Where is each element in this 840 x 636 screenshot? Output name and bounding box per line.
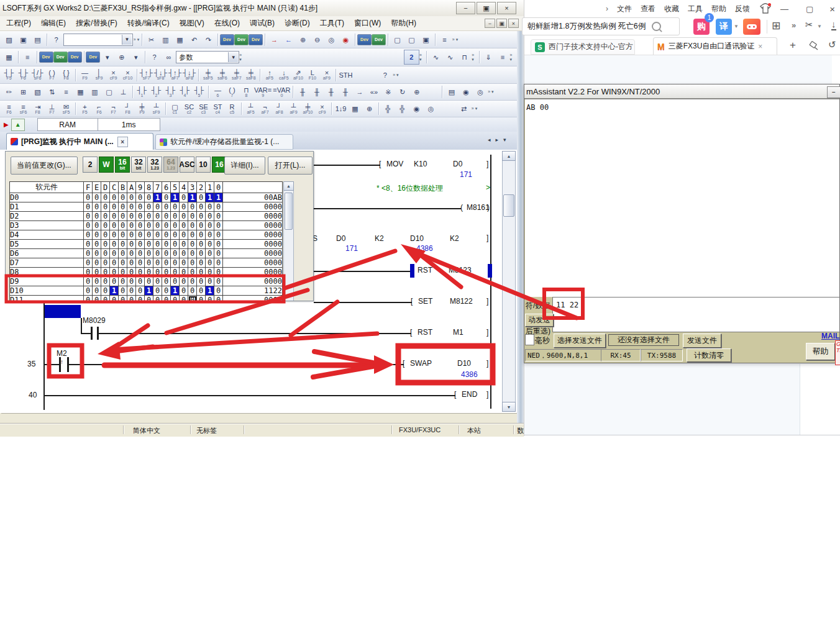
paste-icon[interactable]: ▦ bbox=[173, 33, 187, 47]
format-32bit-button[interactable]: 32bit bbox=[131, 157, 146, 173]
bit-cell[interactable]: 0 bbox=[197, 249, 206, 258]
bit-cell[interactable]: 0 bbox=[127, 277, 136, 286]
bit-cell[interactable]: 0 bbox=[136, 221, 145, 230]
blank-icon[interactable]: ▢ bbox=[102, 85, 116, 99]
toolbar-overflow-chevron[interactable]: » ▾ bbox=[419, 50, 425, 64]
bit-cell[interactable]: 0 bbox=[145, 258, 153, 268]
stmt-f6-icon[interactable]: ≡F6 bbox=[2, 102, 16, 116]
bit-cell[interactable]: 0 bbox=[119, 296, 127, 302]
bit-cell[interactable]: 0 bbox=[101, 286, 110, 296]
rising-pulse2-icon[interactable]: ┤↑├aF7 bbox=[168, 68, 182, 82]
device-name-cell[interactable]: D5 bbox=[10, 240, 84, 249]
bit-cell[interactable]: 0 bbox=[180, 193, 188, 202]
mdi-restore-button[interactable]: ▣ bbox=[496, 19, 507, 28]
block-icon[interactable]: ▦ bbox=[348, 102, 362, 116]
bit-cell[interactable]: 0 bbox=[180, 286, 188, 296]
bit-cell[interactable]: 0 bbox=[162, 221, 171, 230]
bit-cell[interactable]: 0 bbox=[153, 202, 162, 212]
bit-cell[interactable]: 0 bbox=[197, 277, 206, 286]
device-value-cell[interactable]: 0000 bbox=[223, 258, 283, 268]
rising-edge-icon[interactable]: ↑aF5 bbox=[262, 68, 276, 82]
bit-cell[interactable]: 0 bbox=[162, 230, 171, 240]
device-name-cell[interactable]: D2 bbox=[10, 212, 84, 221]
gx-menu-item-1[interactable]: 编辑(E) bbox=[36, 16, 71, 30]
c5-icon[interactable]: Rc5 bbox=[225, 102, 239, 116]
bit-cell[interactable]: 0 bbox=[127, 193, 136, 202]
pulse8-icon[interactable]: ⊓8 bbox=[239, 85, 253, 99]
bit-cell[interactable]: 0 bbox=[188, 268, 197, 277]
operand-d10[interactable]: D10 bbox=[410, 234, 424, 243]
bit-cell[interactable]: 0 bbox=[162, 286, 171, 296]
close-contact-icon[interactable]: ┤├F6 bbox=[16, 68, 30, 82]
game-center-icon[interactable] bbox=[743, 19, 760, 35]
toolbar-overflow-chevron[interactable]: » ▾ bbox=[133, 33, 140, 47]
pulse-icon[interactable]: ⊓ bbox=[457, 50, 472, 64]
interval-input[interactable] bbox=[525, 334, 534, 345]
bit-cell[interactable]: 0 bbox=[162, 277, 171, 286]
bit-cell[interactable]: 0 bbox=[119, 268, 127, 277]
rail-icon[interactable]: ⊥ bbox=[116, 85, 130, 99]
device-value-cell[interactable]: 0000 bbox=[223, 221, 283, 230]
bit-cell[interactable]: 0 bbox=[214, 286, 223, 296]
bit-cell[interactable]: 0 bbox=[214, 249, 223, 258]
gx-menu-item-10[interactable]: 帮助(H) bbox=[386, 16, 421, 30]
ref-watch2-icon[interactable]: ◎ bbox=[424, 102, 438, 116]
bit-cell[interactable]: 0 bbox=[84, 212, 93, 221]
instruction-rst[interactable]: RST bbox=[418, 266, 432, 275]
bit-cell[interactable]: 0 bbox=[119, 202, 127, 212]
bit-cell[interactable]: 0 bbox=[136, 202, 145, 212]
translate-dropdown-icon[interactable]: ▼ bbox=[734, 24, 739, 29]
c1-icon[interactable]: ▢c1 bbox=[168, 102, 182, 116]
bit-cell[interactable]: 0 bbox=[145, 193, 153, 202]
note-sf5-icon[interactable]: ✉sF5 bbox=[59, 102, 73, 116]
coil-m8161[interactable]: M8161 bbox=[467, 203, 490, 212]
gx-menu-item-3[interactable]: 转换/编译(C) bbox=[122, 16, 175, 30]
search-box[interactable]: 朝鲜新增1.8万例发热病例 死亡6例 bbox=[522, 17, 680, 35]
scissors-dropdown-icon[interactable]: ▼ bbox=[817, 24, 822, 29]
coil7-icon[interactable]: ( )7 bbox=[225, 85, 239, 99]
bit-cell[interactable]: 1 bbox=[171, 193, 180, 202]
bit-cell[interactable]: 0 bbox=[153, 258, 162, 268]
change-current-value-button[interactable]: 当前值更改(G)... bbox=[11, 157, 78, 175]
bit-cell[interactable]: 1 bbox=[110, 286, 119, 296]
contact2-icon[interactable]: ┤├2 bbox=[149, 85, 163, 99]
bit-cell[interactable]: 0 bbox=[197, 202, 206, 212]
help-icon[interactable]: ? bbox=[49, 33, 63, 47]
bit-cell[interactable]: 0 bbox=[127, 286, 136, 296]
toolbar-overflow-chevron[interactable]: » ▾ bbox=[239, 50, 245, 64]
refresh-icon[interactable]: ↻ bbox=[395, 85, 409, 99]
line6-icon[interactable]: —6 bbox=[211, 85, 225, 99]
gx-menu-item-5[interactable]: 在线(O) bbox=[209, 16, 245, 30]
bit-cell[interactable]: 0 bbox=[119, 193, 127, 202]
format-real-button[interactable]: 321.23 bbox=[147, 157, 162, 173]
bit-cell[interactable]: 0 bbox=[180, 202, 188, 212]
apps-grid-icon[interactable]: ⊞ bbox=[772, 19, 780, 32]
bit-cell[interactable]: 0 bbox=[206, 240, 214, 249]
bit-cell[interactable]: 0 bbox=[110, 268, 119, 277]
bit-cell[interactable]: 0 bbox=[188, 202, 197, 212]
bit-cell[interactable]: 0 bbox=[153, 268, 162, 277]
bit-cell[interactable]: 0 bbox=[162, 240, 171, 249]
bit-cell[interactable]: 0 bbox=[119, 277, 127, 286]
combo-dropdown-icon[interactable]: ▼ bbox=[228, 52, 238, 62]
gx-menu-item-4[interactable]: 视图(V) bbox=[175, 16, 209, 30]
operand[interactable]: M8122 bbox=[450, 297, 473, 306]
mdi-minimize-button[interactable]: − bbox=[485, 19, 495, 28]
bit-cell[interactable]: 0 bbox=[197, 258, 206, 268]
bit-cell[interactable]: 0 bbox=[197, 230, 206, 240]
bit-cell[interactable]: 0 bbox=[119, 230, 127, 240]
bit-cell[interactable]: 0 bbox=[180, 240, 188, 249]
parameter-icon[interactable]: ▦ bbox=[2, 50, 16, 64]
bit-cell[interactable]: 0 bbox=[101, 249, 110, 258]
cut-icon[interactable]: ✂ bbox=[144, 33, 158, 47]
compare4-icon[interactable]: ╫ bbox=[338, 85, 352, 99]
bit-cell[interactable]: 1 bbox=[214, 193, 223, 202]
operand[interactable]: D0 bbox=[453, 160, 462, 168]
bit-cell[interactable]: 0 bbox=[171, 258, 180, 268]
bit-cell[interactable]: 0 bbox=[127, 258, 136, 268]
toolbar-overflow-chevron[interactable]: » ▾ bbox=[487, 85, 494, 99]
bit-cell[interactable]: 0 bbox=[110, 221, 119, 230]
device-name-cell[interactable]: D6 bbox=[10, 249, 84, 258]
bit-cell[interactable]: 0 bbox=[162, 296, 171, 302]
corner-f6-icon[interactable]: ⌐F6 bbox=[92, 102, 106, 116]
